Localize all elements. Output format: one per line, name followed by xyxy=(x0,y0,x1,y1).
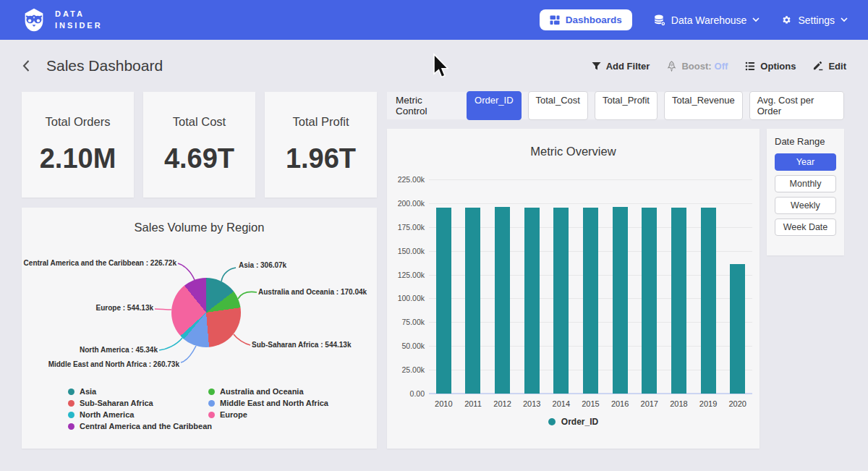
kpi-card-total-cost: Total Cost 4.69T xyxy=(143,92,255,198)
legend-dot xyxy=(208,400,215,407)
bar-2019 xyxy=(701,208,716,394)
nav-dashboards-label: Dashboards xyxy=(566,14,622,25)
y-axis-tick: 25.00k xyxy=(390,365,425,374)
y-axis-tick: 200.00k xyxy=(390,199,425,208)
database-icon xyxy=(654,14,665,26)
bar-2016 xyxy=(613,207,628,394)
top-navbar: DATA INSIDER Dashboards Data Warehouse xyxy=(0,0,868,40)
boost-toggle[interactable]: Boost: Off xyxy=(667,61,728,72)
date-range-label: Date Range xyxy=(775,136,836,147)
chevron-down-icon xyxy=(752,17,760,22)
nav-settings-label: Settings xyxy=(798,14,835,26)
bar-2012 xyxy=(495,207,510,394)
gear-icon xyxy=(781,14,792,25)
boost-value: Off xyxy=(715,61,728,72)
pie-callout-europe: Europe : 544.13k xyxy=(96,304,153,312)
legend-dot xyxy=(68,400,75,407)
bar-chart-plot: 2010201120122013201420152016201720182019… xyxy=(429,179,752,394)
x-axis-tick: 2020 xyxy=(722,399,754,408)
legend-dot xyxy=(68,423,75,430)
legend-label: Order_ID xyxy=(561,417,598,427)
bar-chart-title: Metric Overview xyxy=(387,145,760,158)
kpi-value: 2.10M xyxy=(40,143,116,174)
add-filter-button[interactable]: Add Filter xyxy=(592,61,650,72)
x-axis-tick: 2011 xyxy=(457,399,489,408)
y-axis-tick: 100.00k xyxy=(390,294,425,302)
date-range-option-monthly[interactable]: Monthly xyxy=(775,175,836,192)
date-range-option-weekly[interactable]: Weekly xyxy=(775,197,836,214)
back-button[interactable] xyxy=(22,59,30,72)
edit-button[interactable]: Edit xyxy=(813,61,846,72)
date-range-option-year[interactable]: Year xyxy=(775,153,836,171)
bar-2018 xyxy=(671,208,686,394)
y-axis-tick: 125.00k xyxy=(390,271,425,279)
date-range-option-week-date[interactable]: Week Date xyxy=(775,218,836,236)
bar-chart-panel: Metric Overview 0.0025.00k50.00k75.00k10… xyxy=(387,129,760,449)
nav-data-warehouse-button[interactable]: Data Warehouse xyxy=(654,14,760,26)
metric-option-total-cost[interactable]: Total_Cost xyxy=(528,91,588,120)
pie-callout-asia: Asia : 306.07k xyxy=(239,261,286,269)
legend-dot xyxy=(208,412,215,418)
pie-legend-item-europe: Europe xyxy=(208,409,328,420)
bar-2010 xyxy=(436,208,451,394)
pie-callout-sub-saharan-africa: Sub-Saharan Africa : 544.13k xyxy=(252,341,351,349)
kpi-card-total-profit: Total Profit 1.96T xyxy=(265,92,377,198)
y-axis-tick: 150.00k xyxy=(390,247,425,255)
metric-option-order-id[interactable]: Order_ID xyxy=(467,91,521,120)
owl-logo-icon xyxy=(20,7,48,34)
x-axis-tick: 2014 xyxy=(545,399,577,408)
mouse-cursor xyxy=(432,53,449,80)
legend-dot xyxy=(68,389,75,395)
bar-chart-legend: Order_ID xyxy=(387,417,760,427)
metric-option-total-profit[interactable]: Total_Profit xyxy=(595,91,658,120)
gridline xyxy=(429,203,752,204)
pie-callout-north-america: North America : 45.34k xyxy=(80,346,158,354)
metric-option-avg-cost-per-order[interactable]: Avg. Cost per Order xyxy=(749,91,844,120)
kpi-card-total-orders: Total Orders 2.10M xyxy=(22,92,134,198)
kpi-label: Total Orders xyxy=(46,115,111,129)
y-axis-tick: 0.00 xyxy=(390,389,425,398)
y-axis-tick: 175.00k xyxy=(390,223,425,232)
kpi-value: 1.96T xyxy=(286,143,356,174)
nav-settings-button[interactable]: Settings xyxy=(781,14,848,26)
pie-chart-panel: Sales Volume by Region Asia : 306.07k Au… xyxy=(22,208,377,449)
metric-control-label: Metric Control xyxy=(396,95,456,116)
chevron-down-icon xyxy=(841,17,848,22)
pie-callout-central-america-caribbean: Central America and the Caribbean : 226.… xyxy=(24,259,176,267)
app-logo: DATA INSIDER xyxy=(20,7,103,34)
y-axis-tick: 225.00k xyxy=(390,175,425,184)
rocket-icon xyxy=(667,61,676,72)
legend-dot xyxy=(208,389,215,395)
gridline xyxy=(429,179,752,180)
bar-2014 xyxy=(553,208,569,394)
x-axis-tick: 2013 xyxy=(516,399,548,408)
pie-legend-item-central-america-and-the-caribbean: Central America and the Caribbean xyxy=(68,420,212,432)
legend-dot xyxy=(68,412,75,418)
x-axis-tick: 2010 xyxy=(427,399,459,408)
pie-legend-item-north-america: North America xyxy=(68,409,212,420)
pie-legend-item-sub-saharan-africa: Sub-Saharan Africa xyxy=(68,397,212,409)
x-axis-tick: 2019 xyxy=(692,399,724,408)
x-axis-tick: 2015 xyxy=(575,399,607,408)
metric-option-total-revenue[interactable]: Total_Revenue xyxy=(664,91,743,120)
metric-control-strip: Metric Control Order_IDTotal_CostTotal_P… xyxy=(387,92,844,119)
boost-label: Boost: xyxy=(681,61,711,72)
bar-2013 xyxy=(524,208,540,394)
x-axis-tick: 2016 xyxy=(604,399,636,408)
pie-legend-column-2: Australia and OceaniaMiddle East and Nor… xyxy=(208,386,328,420)
kpi-label: Total Cost xyxy=(173,115,226,129)
logo-text: DATA INSIDER xyxy=(55,9,103,31)
y-axis-tick: 75.00k xyxy=(390,318,425,326)
pie-callout-middle-east-north-africa: Middle East and North Africa : 260.73k xyxy=(48,360,179,368)
y-axis-tick: 50.00k xyxy=(390,341,425,350)
pie-callout-australia-oceania: Australia and Oceania : 170.04k xyxy=(258,288,367,296)
pie-legend-item-middle-east-and-north-africa: Middle East and North Africa xyxy=(208,397,328,409)
kpi-label: Total Profit xyxy=(293,115,349,129)
options-button[interactable]: Options xyxy=(745,61,796,72)
x-axis-tick: 2017 xyxy=(634,399,665,408)
nav-dashboards-button[interactable]: Dashboards xyxy=(540,9,632,30)
pie-legend-column-1: AsiaSub-Saharan AfricaNorth AmericaCentr… xyxy=(68,386,212,432)
list-icon xyxy=(745,61,755,71)
pie-legend-item-australia-and-oceania: Australia and Oceania xyxy=(208,386,328,397)
bar-2011 xyxy=(465,208,480,394)
